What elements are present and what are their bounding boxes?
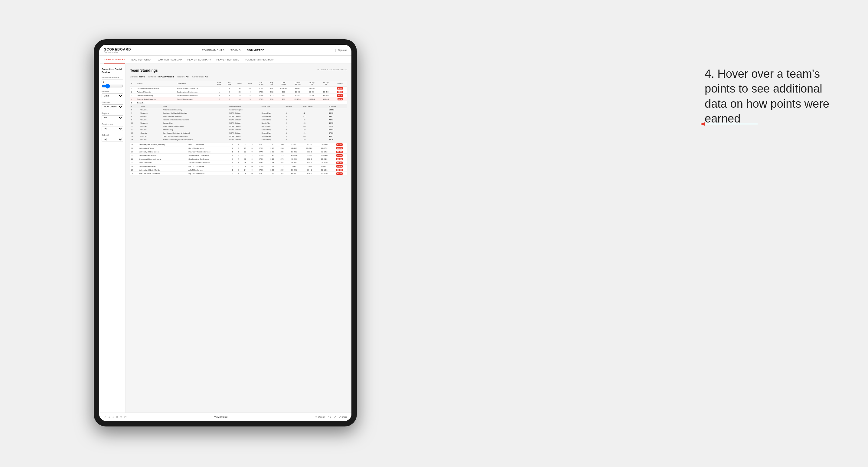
tablet-screen: SCOREBOARD Powered by clippi TOURNAMENTS… (99, 45, 351, 421)
school-select[interactable]: (All) (102, 137, 123, 142)
col-rnds: Rnds (234, 81, 245, 87)
detail-col-event-type: Event Type (260, 105, 285, 108)
detail-col-event-division: Event Division (228, 105, 260, 108)
app-logo: SCOREBOARD Powered by clippi (104, 48, 131, 53)
tab-team-h2h-grid[interactable]: TEAM H2H GRID (131, 56, 151, 64)
top-nav: SCOREBOARD Powered by clippi TOURNAMENTS… (99, 45, 351, 56)
col-overall-record: OverallRecord (291, 81, 305, 87)
col-conf-rank: ConfRank (214, 81, 224, 87)
points-badge[interactable]: 80-94 (336, 173, 343, 175)
toolbar-right: 👁 Watch ▾ 💬 ⤢ ↗ Share (315, 416, 347, 418)
table-row[interactable]: 18 University of California, Berkeley Pa… (130, 143, 347, 146)
share-icon: ↗ (339, 416, 341, 418)
main-content: Committee Portal Review Minimum Rounds G… (99, 64, 351, 421)
annotation-text: 4. Hover over a team's points to see add… (705, 66, 844, 126)
table-row[interactable]: 1 University of North Carolina Atlantic … (130, 87, 347, 90)
sign-out-link[interactable]: Sign out (338, 49, 347, 52)
watch-button[interactable]: 👁 Watch ▾ (315, 416, 326, 418)
points-badge[interactable]: 90.20 (337, 94, 343, 97)
detail-col-w-points: W Points (328, 105, 347, 108)
comment-button[interactable]: 💬 (329, 416, 331, 418)
table-row-highlighted[interactable]: 4 Arizona State University Pac-12 Confer… (130, 97, 347, 101)
sidebar-label-school: School (102, 134, 123, 136)
detail-col-rank: # (130, 105, 139, 108)
nav-divider: | (335, 49, 336, 52)
share-button[interactable]: ↗ Share (339, 416, 347, 418)
tab-team-summary[interactable]: TEAM SUMMARY (104, 56, 125, 64)
col-vs-top-25: Vs Top25 (305, 81, 319, 87)
filter-region: Region: All (177, 75, 188, 78)
table-row[interactable]: 20 University of New Mexico Mountain Wes… (130, 150, 347, 154)
sidebar-section-school: School (All) (102, 134, 123, 142)
tab-player-h2h-heatmap[interactable]: PLAYER H2H HEATMAP (245, 56, 274, 64)
points-badge[interactable]: 83-17 (336, 143, 343, 146)
sidebar-section-conference: Conference (All) (102, 123, 123, 131)
table-row[interactable]: 25 University of North Florida ASUN Conf… (130, 168, 347, 172)
table-row[interactable]: 26 The Ohio State University Big Ten Con… (130, 172, 347, 176)
table-row[interactable]: 19 University of Texas Big 12 Conference… (130, 146, 347, 150)
col-vs-top-50: Vs Top50 (319, 81, 333, 87)
points-badge[interactable]: 88-71 (336, 161, 343, 164)
nav-tournaments[interactable]: TOURNAMENTS (202, 49, 224, 52)
points-badge[interactable]: 88-48 (336, 154, 343, 157)
detail-row: 6 Univers... Arizona State University Ce… (130, 108, 347, 112)
detail-table: # Team Event Event Division Event Type R… (130, 105, 347, 142)
sub-nav: TEAM SUMMARY TEAM H2H GRID TEAM H2H HEAT… (99, 56, 351, 64)
col-avg-sg: Avg.SG (267, 81, 276, 87)
col-wins: Wins (245, 81, 255, 87)
detail-col-team: Team (139, 105, 161, 108)
min-rounds-slider[interactable] (102, 85, 123, 87)
sidebar-label-min-rounds: Minimum Rounds (102, 76, 123, 79)
points-badge[interactable]: 88-49 (336, 151, 343, 153)
table-row[interactable]: 22 Mississippi State University Southeas… (130, 157, 347, 161)
table-row[interactable]: 24 University of Oregon Pac-12 Conferenc… (130, 164, 347, 168)
points-badge[interactable]: 83-89 (336, 169, 343, 171)
points-badge[interactable]: 83-81 (336, 158, 343, 160)
expand-button[interactable]: ⤢ (334, 416, 336, 418)
expand-icon: ⤢ (334, 416, 336, 418)
nav-teams[interactable]: TEAMS (230, 49, 241, 52)
timer-icon[interactable]: ⏱ (126, 415, 127, 418)
toolbar-view-label[interactable]: View: Original (214, 416, 227, 418)
points-badge[interactable]: 93.31 (337, 91, 343, 93)
detail-row: 8 Univers... Amer An Intercollegiate NCA… (130, 115, 347, 118)
update-time: Update time: 13/03/2024 10:03:42 (317, 68, 347, 70)
filter-division: Division: NCAA Division I (149, 75, 174, 78)
detail-row: 12 Univers... Williams Cup NCAA Division… (130, 128, 347, 131)
points-badge[interactable]: 97.02 (337, 87, 343, 90)
standings-table: # School Conference ConfRank NoTour Rnds… (130, 81, 347, 105)
points-badge[interactable]: 88-70 (336, 147, 343, 149)
detail-row: 15 Univers... 2023 Sahalee Players Champ… (130, 138, 347, 142)
detail-col-event: Event (161, 105, 228, 108)
nav-committee[interactable]: COMMITTEE (247, 49, 265, 52)
bottom-toolbar: ↩ ↪ ⤏ ⧉ ⊞ ⏱ View: Original 👁 Watch ▾ (126, 412, 351, 421)
detail-row: 13 Georgia Ben Hogan Collegiate Invitati… (130, 131, 347, 135)
annotation-arrow (697, 118, 757, 130)
region-select[interactable]: N/A East West (102, 115, 123, 120)
table-row[interactable]: 21 University of Alabama Southeastern Co… (130, 154, 347, 157)
table-row[interactable]: 23 Duke University Atlantic Coast Confer… (130, 161, 347, 164)
division-select[interactable]: NCAA Division I NCAA Division II NCAA Di… (102, 104, 123, 109)
sidebar-section-division: Division NCAA Division I NCAA Division I… (102, 101, 123, 109)
sidebar-section-gender: Gender Men's Women's (102, 90, 123, 98)
table-row[interactable]: 5 Texas T... (130, 101, 347, 105)
table-row[interactable]: 3 Vanderbilt University Southeastern Con… (130, 94, 347, 97)
points-badge-highlighted[interactable]: 79.5 (338, 98, 343, 100)
tablet-shell: SCOREBOARD Powered by clippi TOURNAMENTS… (94, 39, 357, 427)
comment-icon: 💬 (329, 416, 331, 418)
filter-conference: Conference: All (192, 75, 208, 78)
points-badge[interactable]: 80-54 (336, 165, 343, 167)
gender-select[interactable]: Men's Women's (102, 93, 123, 98)
table-row[interactable]: 2 Auburn University Southeastern Confere… (130, 90, 347, 94)
tab-player-summary[interactable]: PLAYER SUMMARY (187, 56, 211, 64)
col-conference: Conference (176, 81, 214, 87)
logo-subtitle: Powered by clippi (104, 51, 131, 53)
detail-row: 9 Univers... National Invitational Tourn… (130, 118, 347, 122)
tab-team-h2h-heatmap[interactable]: TEAM H2H HEATMAP (156, 56, 182, 64)
tab-player-h2h-grid[interactable]: PLAYER H2H GRID (217, 56, 240, 64)
col-adj-score: Adj.Score (255, 81, 267, 87)
detail-col-rank-impact: Rank Impact (302, 105, 328, 108)
toolbar-left: ↩ ↪ ⤏ ⧉ ⊞ ⏱ (126, 415, 127, 418)
main-panel: Team Standings Update time: 13/03/2024 1… (126, 64, 351, 421)
conference-select[interactable]: (All) (102, 126, 123, 131)
